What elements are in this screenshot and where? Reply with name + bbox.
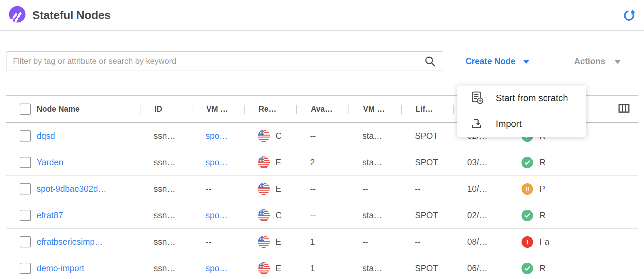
spot-logo-icon xyxy=(7,5,26,24)
row-end-cell xyxy=(610,255,638,279)
chevron-down-icon xyxy=(523,60,530,64)
error-circle-icon xyxy=(522,236,533,248)
create-node-label: Create Node xyxy=(466,56,515,66)
lifecycle-cell: SPOT xyxy=(401,123,453,149)
menu-item-import[interactable]: Import xyxy=(457,111,586,137)
create-node-button[interactable]: Create Node xyxy=(466,51,530,71)
region-value: C xyxy=(276,131,282,141)
vm-config-link[interactable]: spo… xyxy=(192,123,244,149)
availability-cell: 1 xyxy=(296,229,348,255)
vm-size-cell: -- xyxy=(348,176,401,202)
status-cell: Fa xyxy=(506,229,610,255)
actions-button[interactable]: Actions xyxy=(574,51,621,71)
table-row: efratbseriesimp… ssn… -- E 1 -- -- 08/… … xyxy=(6,229,638,255)
search-icon xyxy=(424,55,436,67)
vm-size-cell: sta… xyxy=(348,149,401,175)
row-select-cell xyxy=(6,176,32,202)
vm-size-cell: sta… xyxy=(348,202,401,228)
node-id-cell: ssn… xyxy=(140,255,192,279)
vm-size-cell: -- xyxy=(348,229,401,255)
status-label: Fa xyxy=(539,237,549,247)
row-select-cell xyxy=(6,202,32,228)
column-header-region[interactable]: Re… xyxy=(244,96,296,122)
node-name-link[interactable]: Yarden xyxy=(37,157,63,167)
node-name-link[interactable]: dqsd xyxy=(37,131,55,141)
column-header-node-name[interactable]: Node Name xyxy=(32,96,140,122)
column-header-vm-size[interactable]: VM … xyxy=(348,96,401,122)
status-label: R xyxy=(539,157,546,167)
row-end-cell xyxy=(610,123,638,149)
app-header: Stateful Nodes xyxy=(0,0,644,31)
chevron-down-icon xyxy=(614,60,621,64)
availability-cell: -- xyxy=(296,202,348,228)
column-header-vm-config[interactable]: VM … xyxy=(192,96,244,122)
lifecycle-cell: SPOT xyxy=(401,149,453,175)
status-cell: P xyxy=(506,176,610,202)
availability-cell: -- xyxy=(296,123,348,149)
row-end-cell xyxy=(610,202,638,228)
check-circle-icon xyxy=(522,157,533,168)
row-end-cell xyxy=(610,149,638,175)
region-cell: C xyxy=(244,202,296,228)
us-flag-icon xyxy=(258,209,270,221)
vm-config-link[interactable]: spo… xyxy=(192,255,244,279)
node-id-cell: ssn… xyxy=(140,149,192,175)
column-header-lifecycle[interactable]: Lif… xyxy=(401,96,453,122)
node-name-cell: efratbseriesimp… xyxy=(32,229,140,255)
row-checkbox[interactable] xyxy=(20,157,31,168)
node-name-cell: demo-import xyxy=(32,255,140,279)
row-checkbox[interactable] xyxy=(20,210,31,221)
row-checkbox[interactable] xyxy=(20,236,31,247)
vm-config-link[interactable]: spo… xyxy=(192,202,244,228)
stateful-nodes-page: Stateful Nodes Create Node A xyxy=(0,0,644,279)
column-header-availability[interactable]: Ava… xyxy=(296,96,348,122)
region-cell: E xyxy=(244,229,296,255)
us-flag-icon xyxy=(258,262,270,274)
node-name-link[interactable]: efrat87 xyxy=(37,210,63,220)
us-flag-icon xyxy=(258,156,270,168)
node-id-cell: ssn… xyxy=(140,176,192,202)
region-value: E xyxy=(276,237,281,247)
check-circle-icon xyxy=(522,210,533,221)
created-cell: 06/… xyxy=(453,255,506,279)
vm-size-cell: sta… xyxy=(348,255,401,279)
region-value: E xyxy=(276,184,281,194)
row-select-cell xyxy=(6,123,32,149)
table-row: Yarden ssn… spo… E 2 sta… SPOT 03/… R xyxy=(6,149,638,176)
column-picker-button[interactable] xyxy=(610,96,638,122)
created-cell: 02/… xyxy=(453,202,506,228)
filter-box xyxy=(6,51,443,71)
column-picker-icon xyxy=(618,102,630,117)
created-cell: 03/… xyxy=(453,149,506,175)
row-checkbox[interactable] xyxy=(20,183,31,194)
created-cell: 08/… xyxy=(453,229,506,255)
table-body: dqsd ssn… spo… C -- sta… SPOT 02/… R Yar… xyxy=(6,123,638,279)
select-all-checkbox[interactable] xyxy=(20,104,31,115)
import-download-icon xyxy=(470,116,484,132)
lifecycle-cell: -- xyxy=(401,229,453,255)
row-checkbox[interactable] xyxy=(20,130,31,142)
node-name-link[interactable]: demo-import xyxy=(37,263,84,273)
vm-size-cell: sta… xyxy=(348,123,401,149)
refresh-button[interactable] xyxy=(622,9,636,22)
node-name-cell: dqsd xyxy=(32,123,140,149)
vm-config-link[interactable]: spo… xyxy=(192,149,244,175)
filter-input[interactable] xyxy=(6,51,443,71)
row-select-cell xyxy=(6,255,32,279)
menu-item-start-from-scratch[interactable]: Start from scratch xyxy=(457,86,586,111)
status-label: R xyxy=(539,263,546,273)
column-header-id[interactable]: ID xyxy=(140,96,192,122)
availability-cell: 1 xyxy=(296,255,348,279)
row-checkbox[interactable] xyxy=(20,263,31,274)
us-flag-icon xyxy=(258,183,270,195)
page-title: Stateful Nodes xyxy=(32,0,111,30)
status-cell: R xyxy=(506,202,610,228)
node-name-link[interactable]: spot-9dbae302d… xyxy=(37,184,107,194)
lifecycle-cell: -- xyxy=(401,176,453,202)
region-value: E xyxy=(276,263,281,273)
lifecycle-cell: SPOT xyxy=(401,255,453,279)
status-cell: R xyxy=(506,149,610,175)
node-name-link[interactable]: efratbseriesimp… xyxy=(37,237,103,247)
create-node-menu: Start from scratch Import xyxy=(457,86,586,137)
select-all-cell xyxy=(6,96,32,122)
